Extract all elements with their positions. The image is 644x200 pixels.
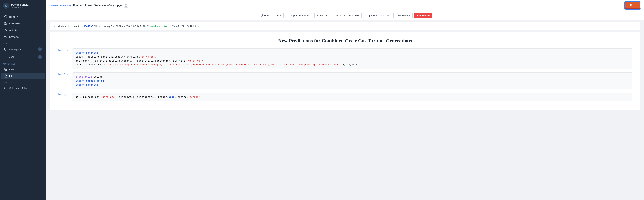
- actionbar: Fork Edit Compare Revisions Download Vie…: [46, 11, 644, 20]
- commit-user: ddl-abishek: [57, 25, 70, 28]
- svg-rect-2: [4, 22, 6, 23]
- workspaces-label: Workspaces: [9, 48, 23, 51]
- commit-date: on May 5, 2021 @ 12:23 pm: [169, 25, 200, 28]
- code-line: df = pd.read_csv('data.csv', skiprows=1,…: [76, 95, 629, 99]
- files-icon: [4, 75, 7, 78]
- sidebar: power-gener... domino-user Ideation Over…: [0, 0, 46, 200]
- code-line: today = datetime.datetime.today().strfti…: [76, 55, 629, 59]
- app-logo[interactable]: [3, 3, 9, 9]
- overview-icon: [4, 22, 7, 25]
- svg-point-13: [4, 68, 7, 69]
- code-line: import datetime: [76, 83, 629, 87]
- sidebar-item-files[interactable]: Files: [1, 73, 45, 79]
- fork-button[interactable]: Fork: [258, 13, 272, 18]
- jobs-badge[interactable]: +: [38, 55, 42, 59]
- commit-expand-icon[interactable]: ⌄: [634, 24, 637, 28]
- jobs-label: Jobs: [9, 56, 14, 58]
- svg-rect-4: [6, 24, 7, 25]
- breadcrumb-file: Forecast_Power_Generation-Copy1.ipynb: [73, 4, 123, 7]
- data-icon: [4, 68, 7, 71]
- sidebar-item-reviews[interactable]: Reviews: [1, 34, 45, 40]
- svg-rect-7: [4, 48, 7, 50]
- data-label: Data: [9, 68, 14, 71]
- compare-revisions-button[interactable]: Compare Revisions: [285, 13, 312, 18]
- notebook-container: New Predictions for Combined Cycle Gas T…: [46, 30, 644, 200]
- svg-point-17: [261, 16, 262, 17]
- fork-icon: [260, 14, 263, 17]
- project-info: power-gener... domino-user: [11, 3, 29, 9]
- sidebar-item-overview[interactable]: Overview: [1, 20, 45, 27]
- cell-label-2: In [4]:: [58, 72, 69, 76]
- svg-rect-5: [4, 24, 6, 25]
- reviews-label: Reviews: [9, 36, 18, 38]
- cell-label-3: In [2]:: [58, 93, 69, 96]
- full-delete-button[interactable]: Full Delete: [414, 13, 432, 18]
- cell-code-1[interactable]: import datetime today = datetime.datetim…: [72, 48, 632, 69]
- edit-button[interactable]: Edit: [274, 13, 284, 18]
- overview-label: Overview: [9, 22, 20, 25]
- code-cell-1: In [ ]: import datetime today = datetime…: [58, 48, 632, 69]
- commit-hash[interactable]: 03c4790: [84, 25, 93, 28]
- project-name: power-gener...: [11, 3, 29, 6]
- code-line: import pandas as pd: [76, 79, 629, 83]
- code-cell-3: In [2]: df = pd.read_csv('data.csv', ski…: [58, 93, 632, 102]
- breadcrumb: power-generation / Forecast_Power_Genera…: [50, 3, 128, 8]
- commitbar: ddl-abishek committed 03c4790 "Saved dur…: [50, 22, 640, 30]
- workspaces-badge: ›: [38, 47, 42, 51]
- cell-code-3[interactable]: df = pd.read_csv('data.csv', skiprows=1,…: [72, 93, 632, 102]
- run-button[interactable]: Run: [625, 2, 640, 9]
- commit-workspace[interactable]: (workspace #4): [150, 25, 168, 28]
- files-label: Files: [9, 75, 14, 78]
- code-cell-2: In [4]: %matplotlib inline import pandas…: [58, 72, 632, 89]
- code-line: import datetime: [76, 51, 629, 55]
- sidebar-item-jobs[interactable]: Jobs +: [1, 53, 45, 61]
- scheduled-jobs-label: Scheduled Jobs: [9, 87, 27, 90]
- project-user: domino-user: [11, 6, 29, 9]
- view-raw-button[interactable]: View Latest Raw File: [332, 13, 362, 18]
- ideation-icon: [4, 15, 7, 18]
- cell-code-2[interactable]: %matplotlib inline import pandas as pd i…: [72, 72, 632, 89]
- commit-icon: [53, 25, 56, 28]
- notebook-title: New Predictions for Combined Cycle Gas T…: [58, 38, 632, 44]
- svg-point-0: [6, 5, 7, 7]
- svg-point-18: [54, 26, 55, 27]
- code-line: %matplotlib inline: [76, 75, 629, 79]
- breadcrumb-separator: /: [72, 4, 72, 7]
- svg-point-16: [262, 15, 263, 15]
- activity-label: Activity: [9, 29, 17, 32]
- materials-section-label: MATERIALS: [0, 61, 46, 66]
- svg-point-6: [5, 37, 6, 37]
- svg-point-12: [5, 57, 5, 57]
- commit-message: "Saved during Run 60923da283b1f03abd7e1b…: [94, 25, 149, 28]
- activity-icon: [4, 29, 7, 32]
- workspaces-icon: [4, 48, 7, 51]
- edit-filename-icon[interactable]: [124, 3, 128, 8]
- publish-section-label: PUBLISH: [0, 79, 46, 85]
- code-line: one_month = (datetime.datetime.today() -…: [76, 59, 629, 63]
- reviews-icon: [4, 35, 7, 38]
- sidebar-item-workspaces[interactable]: Workspaces ›: [1, 46, 45, 53]
- sidebar-item-ideation[interactable]: Ideation: [1, 14, 45, 20]
- topbar: power-generation / Forecast_Power_Genera…: [46, 0, 644, 11]
- main-content: power-generation / Forecast_Power_Genera…: [46, 0, 644, 200]
- breadcrumb-project[interactable]: power-generation: [50, 4, 71, 7]
- sidebar-item-scheduled-jobs[interactable]: Scheduled Jobs: [1, 85, 45, 91]
- commit-action: committed: [71, 25, 82, 28]
- run-section-label: RUN: [0, 40, 46, 46]
- ideation-label: Ideation: [9, 15, 18, 18]
- code-line: !curl -o data.csv "https://www.bmreports…: [76, 63, 629, 67]
- sidebar-item-data[interactable]: Data: [1, 66, 45, 73]
- notebook: New Predictions for Combined Cycle Gas T…: [50, 32, 640, 110]
- download-button[interactable]: Download: [314, 13, 331, 18]
- svg-rect-3: [6, 22, 7, 23]
- jobs-icon: [4, 55, 7, 58]
- sidebar-nav: Ideation Overview Activity Reviews RUN: [0, 12, 46, 200]
- link-to-goal-button[interactable]: Link to Goal: [394, 13, 412, 18]
- sidebar-item-activity[interactable]: Activity: [1, 27, 45, 33]
- sidebar-header: power-gener... domino-user: [0, 0, 46, 12]
- scheduled-jobs-icon: [4, 87, 7, 90]
- commit-info: ddl-abishek committed 03c4790 "Saved dur…: [53, 25, 200, 28]
- svg-point-10: [6, 57, 6, 57]
- copy-link-button[interactable]: Copy Shareable Link: [363, 13, 392, 18]
- cell-label-1: In [ ]:: [58, 48, 69, 52]
